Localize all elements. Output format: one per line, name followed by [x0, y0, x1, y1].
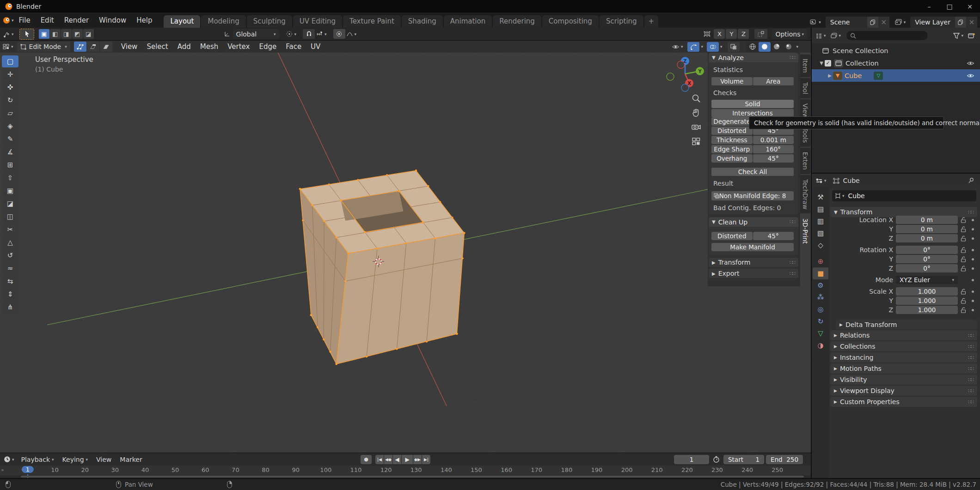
tool-button[interactable]: ⇕ [2, 288, 18, 300]
play-button[interactable]: ▶ [402, 455, 413, 464]
timeline-menu-item[interactable]: Marker [116, 456, 146, 463]
workspace-tab[interactable]: Shading [402, 15, 443, 28]
tool-button[interactable]: ▱ [2, 107, 18, 119]
make-manifold-button[interactable]: Make Manifold [711, 243, 794, 251]
panel-drag-dots-icon[interactable]: ∷∷ [790, 219, 795, 225]
maximize-button[interactable]: □ [939, 0, 960, 12]
ruler-frame-label[interactable]: 110 [350, 466, 361, 473]
new-scene-button[interactable] [867, 17, 878, 28]
ruler-frame-label[interactable]: 80 [262, 466, 270, 473]
remove-view-layer-button[interactable]: × [966, 17, 977, 28]
new-collection-button[interactable] [968, 32, 975, 39]
tool-button[interactable]: ✎ [2, 133, 18, 145]
workspace-tab[interactable]: Rendering [493, 15, 541, 28]
value-field[interactable]: 1.000 [896, 296, 958, 305]
shading-material-button[interactable] [771, 42, 783, 52]
collapsed-panel-header[interactable]: ▶ Export ∷∷ [709, 269, 798, 278]
tool-button[interactable]: ↺ [2, 249, 18, 261]
properties-tab[interactable]: ◑ [813, 339, 828, 351]
auto-keying-record-button[interactable]: ● [361, 455, 372, 464]
jump-to-start-button[interactable]: |◀ [375, 455, 384, 464]
lock-icon[interactable] [961, 289, 966, 295]
timeline-expand-icon[interactable]: » [1, 467, 4, 473]
tool-button[interactable]: ▣ [2, 185, 18, 197]
animate-dot[interactable] [972, 258, 974, 260]
ruler-frame-label[interactable]: 210 [651, 466, 663, 473]
viewport-menu-item[interactable]: Select [142, 42, 172, 51]
workspace-tab[interactable]: Layout [164, 15, 200, 28]
ruler-frame-label[interactable]: 120 [380, 466, 392, 473]
animate-dot[interactable] [972, 228, 974, 230]
show-overlays-toggle[interactable] [707, 42, 719, 52]
select-mode-button[interactable]: ◧ [50, 29, 61, 39]
lock-icon[interactable] [961, 256, 966, 262]
panel-drag-dots-icon[interactable]: ∷∷ [790, 54, 795, 60]
timeline-editor-type-dropdown[interactable]: ▾ [4, 456, 14, 463]
check-solid-button[interactable]: Solid [711, 100, 794, 108]
menu-item[interactable]: Help [131, 12, 157, 28]
menu-item[interactable]: File [14, 12, 36, 28]
cleanup-panel-header[interactable]: ▼ Clean Up ∷∷ [709, 217, 798, 227]
check-button[interactable]: Overhang [711, 154, 753, 163]
ruler-frame-label[interactable]: 170 [531, 466, 542, 473]
transform-orientation-dropdown[interactable]: Global▾ [233, 29, 279, 39]
ruler-frame-label[interactable]: 180 [561, 466, 572, 473]
check-button[interactable]: Thickness [711, 136, 753, 144]
ruler-frame-label[interactable]: 100 [320, 466, 331, 473]
tool-button[interactable]: ⇆ [2, 275, 18, 287]
face-select-button[interactable] [100, 42, 112, 52]
app-menu-icon[interactable]: ▾ [3, 12, 14, 28]
timeline-menu-item[interactable]: Keying [58, 456, 92, 463]
scene-name[interactable]: Scene [826, 18, 867, 26]
properties-tab[interactable]: ⚒ [813, 191, 828, 203]
workspace-tab[interactable]: Scripting [600, 15, 643, 28]
value-field[interactable]: 1.000 [896, 287, 958, 296]
tool-button[interactable]: ⋔ [2, 301, 18, 313]
animate-dot[interactable] [972, 249, 974, 251]
ruler-frame-label[interactable]: 40 [141, 466, 149, 473]
lock-icon[interactable] [961, 266, 966, 272]
tool-button[interactable]: △ [2, 236, 18, 248]
viewport-menu-item[interactable]: UV [306, 42, 325, 51]
shading-rendered-button[interactable] [783, 42, 795, 52]
pin-icon[interactable] [968, 177, 974, 184]
sidebar-tab[interactable]: Exten [800, 148, 810, 174]
tool-button[interactable]: ✛ [2, 68, 18, 80]
proportional-editing-toggle[interactable] [333, 29, 345, 39]
property-panel-header[interactable]: ▶ Instancing ∷∷ [830, 352, 977, 363]
viewport-menu-item[interactable]: View [116, 42, 142, 51]
value-field[interactable]: 0° [896, 264, 958, 272]
current-frame-indicator[interactable]: 1 [22, 466, 34, 473]
viewport-menu-item[interactable]: Vertex [223, 42, 254, 51]
workspace-tab[interactable]: Texture Paint [343, 15, 401, 28]
snap-base-icon[interactable] [754, 29, 767, 39]
animate-dot[interactable] [972, 309, 974, 311]
view-layer-icon[interactable]: ▾ [895, 19, 906, 25]
tool-button[interactable]: ▢ [2, 55, 18, 67]
timeline-scrollbar[interactable] [21, 476, 804, 478]
volume-button[interactable]: Volume [711, 77, 753, 85]
new-view-layer-button[interactable] [955, 17, 966, 28]
pan-view-hand-icon[interactable] [690, 107, 702, 119]
check-all-button[interactable]: Check All [711, 168, 794, 176]
toggle-ortho-grid-icon[interactable] [690, 135, 702, 147]
ruler-frame-label[interactable]: 190 [591, 466, 603, 473]
properties-tab[interactable]: ▽ [813, 327, 828, 339]
camera-view-icon[interactable] [690, 121, 702, 133]
ruler-frame-label[interactable]: 10 [51, 466, 59, 473]
tool-button[interactable]: ✂ [2, 224, 18, 236]
ruler-frame-label[interactable]: 50 [172, 466, 179, 473]
property-panel-header[interactable]: ▶ Custom Properties ∷∷ [830, 397, 977, 407]
gizmo-neg-y-axis[interactable] [667, 73, 674, 80]
viewport-menu-item[interactable]: Mesh [196, 42, 223, 51]
jump-to-end-button[interactable]: ▶| [422, 455, 430, 464]
property-panel-header[interactable]: ▶ Collections ∷∷ [830, 341, 977, 351]
outliner-row-scene-collection[interactable]: Scene Collection [812, 44, 980, 57]
delta-transform-panel-header[interactable]: ▶ Delta Transform [836, 320, 977, 330]
vertex-select-button[interactable] [74, 42, 86, 52]
workspace-tab[interactable]: Compositing [542, 15, 599, 28]
ruler-frame-label[interactable]: 220 [681, 466, 693, 473]
menu-item[interactable]: Render [59, 12, 94, 28]
viewport-menu-item[interactable]: Edge [254, 42, 281, 51]
tool-button[interactable]: ◈ [2, 120, 18, 132]
